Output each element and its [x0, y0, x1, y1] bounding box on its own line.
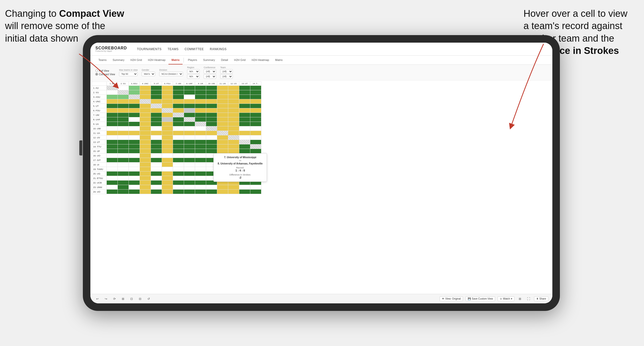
matrix-cell[interactable] [162, 99, 173, 104]
matrix-cell[interactable] [107, 158, 118, 162]
matrix-cell[interactable] [184, 117, 195, 122]
matrix-cell[interactable] [239, 126, 250, 131]
matrix-cell[interactable] [118, 190, 129, 194]
matrix-cell[interactable] [195, 113, 206, 117]
matrix-cell[interactable] [129, 171, 140, 176]
matrix-cell[interactable] [184, 153, 195, 158]
matrix-cell[interactable] [162, 140, 173, 144]
matrix-cell[interactable] [217, 99, 228, 104]
matrix-cell[interactable] [173, 167, 184, 171]
matrix-cell[interactable] [250, 104, 261, 108]
matrix-cell[interactable] [107, 122, 118, 126]
matrix-cell[interactable] [118, 99, 129, 104]
nav-teams[interactable]: TEAMS [168, 47, 179, 51]
matrix-cell[interactable] [129, 95, 140, 99]
matrix-cell[interactable] [206, 140, 217, 144]
matrix-cell[interactable] [217, 149, 228, 153]
matrix-cell[interactable] [195, 167, 206, 171]
matrix-cell[interactable] [162, 162, 173, 167]
matrix-cell[interactable] [107, 113, 118, 117]
matrix-cell[interactable] [140, 190, 151, 194]
matrix-cell[interactable] [151, 190, 162, 194]
matrix-cell[interactable] [184, 162, 195, 167]
matrix-cell[interactable] [217, 122, 228, 126]
expand-button[interactable]: ⛶ [525, 296, 532, 302]
matrix-cell[interactable] [239, 140, 250, 144]
matrix-cell[interactable] [151, 117, 162, 122]
matrix-cell[interactable] [250, 117, 261, 122]
matrix-cell[interactable] [140, 104, 151, 108]
matrix-cell[interactable] [118, 117, 129, 122]
matrix-cell[interactable] [151, 181, 162, 185]
matrix-cell[interactable] [250, 113, 261, 117]
matrix-cell[interactable] [129, 190, 140, 194]
matrix-cell[interactable] [195, 158, 206, 162]
matrix-cell[interactable] [173, 158, 184, 162]
matrix-cell[interactable] [173, 149, 184, 153]
matrix-cell[interactable] [129, 122, 140, 126]
matrix-cell[interactable] [184, 90, 195, 95]
matrix-cell[interactable] [118, 135, 129, 140]
matrix-cell[interactable] [173, 86, 184, 90]
matrix-cell[interactable] [140, 95, 151, 99]
matrix-cell[interactable] [173, 176, 184, 181]
matrix-cell[interactable] [140, 167, 151, 171]
matrix-cell[interactable] [118, 176, 129, 181]
matrix-cell[interactable] [140, 131, 151, 135]
matrix-cell[interactable] [107, 95, 118, 99]
subnav-summary-right[interactable]: Summary [200, 56, 218, 64]
matrix-cell[interactable] [140, 122, 151, 126]
matrix-cell[interactable] [250, 135, 261, 140]
matrix-cell[interactable] [162, 171, 173, 176]
subnav-h2hgrid-right[interactable]: H2H Grid [231, 56, 249, 64]
subnav-players[interactable]: Players [185, 56, 200, 64]
matrix-cell[interactable] [217, 90, 228, 95]
matrix-cell[interactable] [140, 108, 151, 113]
matrix-cell[interactable] [195, 149, 206, 153]
matrix-cell[interactable] [250, 190, 261, 194]
nav-committee[interactable]: COMMITTEE [185, 47, 204, 51]
matrix-cell[interactable] [107, 181, 118, 185]
matrix-cell[interactable] [151, 140, 162, 144]
matrix-cell[interactable] [140, 153, 151, 158]
matrix-cell[interactable] [118, 181, 129, 185]
matrix-cell[interactable] [140, 117, 151, 122]
matrix-cell[interactable] [162, 86, 173, 90]
nav-rankings[interactable]: RANKINGS [210, 47, 227, 51]
matrix-cell[interactable] [151, 126, 162, 131]
matrix-cell[interactable] [118, 131, 129, 135]
matrix-cell[interactable] [239, 113, 250, 117]
matrix-cell[interactable] [118, 167, 129, 171]
matrix-cell[interactable] [173, 117, 184, 122]
matrix-cell[interactable] [118, 140, 129, 144]
matrix-cell[interactable] [107, 135, 118, 140]
matrix-cell[interactable] [239, 185, 250, 190]
matrix-cell[interactable] [162, 144, 173, 149]
matrix-cell[interactable] [107, 185, 118, 190]
matrix-cell[interactable] [118, 113, 129, 117]
grid-button[interactable]: ⊞ [517, 296, 523, 302]
save-custom-button[interactable]: 💾 Save Custom View [465, 296, 495, 301]
matrix-cell[interactable] [140, 99, 151, 104]
matrix-cell[interactable] [173, 113, 184, 117]
matrix-cell[interactable] [140, 140, 151, 144]
matrix-cell[interactable] [140, 181, 151, 185]
matrix-cell[interactable] [206, 117, 217, 122]
matrix-cell[interactable] [129, 113, 140, 117]
matrix-cell[interactable] [239, 90, 250, 95]
matrix-cell[interactable] [151, 162, 162, 167]
matrix-cell[interactable] [129, 176, 140, 181]
matrix-cell[interactable] [118, 122, 129, 126]
matrix-cell[interactable] [184, 181, 195, 185]
matrix-cell[interactable] [151, 99, 162, 104]
matrix-cell[interactable] [184, 140, 195, 144]
gender-select[interactable]: Men's [142, 72, 155, 76]
matrix-cell[interactable] [250, 95, 261, 99]
region-select2[interactable]: N/A [187, 74, 200, 79]
matrix-cell[interactable] [129, 167, 140, 171]
matrix-cell[interactable] [173, 162, 184, 167]
matrix-cell[interactable] [151, 108, 162, 113]
matrix-cell[interactable] [107, 144, 118, 149]
matrix-cell[interactable] [195, 144, 206, 149]
matrix-cell[interactable] [140, 113, 151, 117]
